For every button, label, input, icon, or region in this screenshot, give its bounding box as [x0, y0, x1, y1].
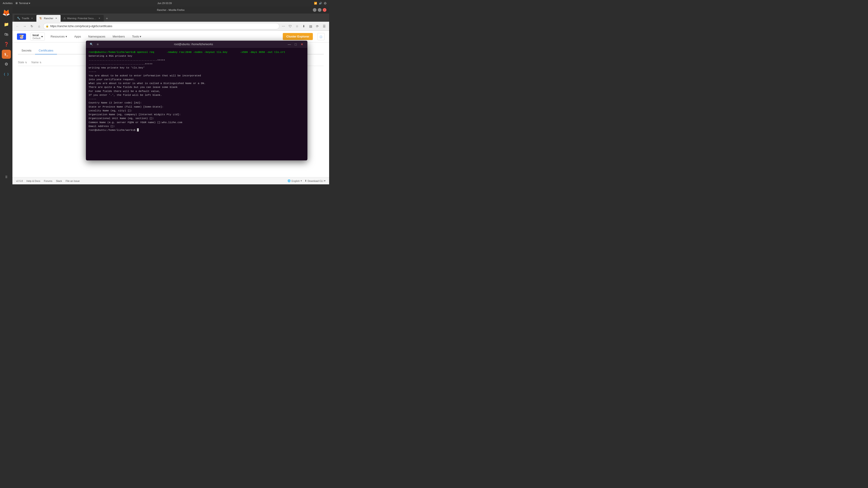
cluster-env: Default [33, 37, 40, 39]
term-minimize-btn[interactable]: — [287, 41, 292, 47]
minimize-button[interactable]: — [313, 8, 316, 12]
reload-button[interactable]: ↻ [29, 23, 35, 29]
file-issue-link[interactable]: File an Issue [66, 180, 80, 182]
warning-tab-favicon: ⚠ [63, 17, 66, 20]
sidebar: 🦊 📁 🛍 ❓ $_ ⚙ { } ⠿ [0, 6, 12, 184]
nav-resources[interactable]: Resources ▾ [49, 34, 68, 39]
forums-link[interactable]: Forums [44, 180, 52, 182]
term-maximize-btn[interactable]: □ [293, 41, 298, 47]
traefik-tab-close[interactable]: ✕ [31, 17, 34, 20]
cluster-selector[interactable]: local Default ▾ [31, 33, 45, 41]
sidebar-icon-settings[interactable]: ⚙ [2, 60, 11, 69]
browser-tabs: 🔧 Traefik ✕ 🐮 Rancher ✕ ⚠ Warning: Poten… [12, 13, 329, 22]
sidebar-icon-software[interactable]: 🛍 [2, 30, 11, 39]
volume-icon[interactable]: 🔊 [319, 2, 322, 5]
nav-members[interactable]: Members [111, 34, 126, 39]
sync-button[interactable]: ⟳ [314, 23, 320, 29]
traefik-tab-favicon: 🔧 [17, 17, 20, 20]
traefik-tab-label: Traefik [22, 17, 29, 20]
footer: v2.5.8 Help & Docs Forums Slack File an … [12, 177, 329, 184]
tab-certificates[interactable]: Certificates [35, 47, 57, 55]
language-label: English [291, 180, 300, 182]
download-cli-chevron: ▾ [324, 180, 326, 182]
browser-title: Rancher - Mozilla Firefox [157, 8, 184, 11]
lang-chevron-icon: ▾ [301, 180, 302, 182]
browser-titlebar: Rancher - Mozilla Firefox — □ ✕ [12, 6, 329, 13]
support-button[interactable]: ◻ [317, 33, 324, 40]
os-topbar-right: 📶 🔊 ⏻ [314, 2, 327, 5]
sort-icon: ⇅ [25, 61, 27, 64]
cluster-selector-chevron: ▾ [41, 35, 43, 38]
footer-right: 🌐 English ▾ ⬇ Download CLI ▾ [287, 180, 326, 182]
tab-traefik[interactable]: 🔧 Traefik ✕ [14, 15, 36, 22]
slack-link[interactable]: Slack [56, 180, 62, 182]
home-button[interactable]: ⌂ [36, 23, 42, 29]
download-cli-icon: ⬇ [305, 180, 307, 182]
terminal-title: root@ubuntu: /home/lizhe/works [102, 43, 285, 46]
window-controls: — □ ✕ [313, 8, 327, 12]
language-selector[interactable]: 🌐 English ▾ [287, 180, 302, 182]
rancher-tab-label: Rancher [44, 17, 53, 20]
maximize-button[interactable]: □ [318, 8, 321, 12]
support-icon: ◻ [320, 35, 322, 38]
download-cli-link[interactable]: ⬇ Download CLI ▾ [305, 180, 326, 182]
rancher-logo: 🐮 [17, 33, 26, 40]
browser-toolbar: ← → ↻ ⌂ 🔒 https://rancher.lizhe.com/p/lo… [12, 22, 329, 31]
rancher-logo-img: 🐮 [17, 33, 26, 40]
sidebar-icon-vscode[interactable]: { } [2, 70, 11, 78]
term-close-btn[interactable]: ✕ [299, 41, 305, 47]
th-name[interactable]: Name ⇅ [31, 61, 41, 64]
terminal-cursor [137, 128, 139, 131]
lock-icon: 🔒 [46, 25, 49, 28]
help-docs-link[interactable]: Help & Docs [26, 180, 40, 182]
terminal-output: Generating a RSA private key ...........… [89, 55, 206, 131]
tab-warning[interactable]: ⚠ Warning: Potential Security ✕ [61, 15, 104, 22]
url-text: https://rancher.lizhe.com/p/local:p-dgk5… [50, 25, 277, 28]
forward-button[interactable]: → [22, 23, 28, 29]
rancher-tab-favicon: 🐮 [39, 17, 42, 20]
toolbar-right: ⋯ 🛡 ☆ ⬇ ▤ ⟳ ☰ [280, 23, 327, 29]
tab-secrets[interactable]: Secrets [18, 47, 35, 55]
star-button[interactable]: ☆ [294, 23, 300, 29]
warning-tab-label: Warning: Potential Security [67, 17, 96, 20]
extensions-button[interactable]: ⋯ [280, 23, 287, 29]
address-bar[interactable]: 🔒 https://rancher.lizhe.com/p/local:p-dg… [43, 23, 279, 29]
sidebar-icon-files[interactable]: 📁 [2, 20, 11, 29]
shield-button[interactable]: 🛡 [287, 23, 293, 29]
download-button[interactable]: ⬇ [301, 23, 307, 29]
term-search-btn[interactable]: 🔍 [89, 41, 94, 47]
nav-namespaces[interactable]: Namespaces [87, 34, 107, 39]
close-button[interactable]: ✕ [323, 8, 327, 12]
cluster-name: local [33, 34, 40, 37]
os-topbar: Activities 🖥 Terminal ▾ Jun 29 03:39 📶 🔊… [0, 0, 329, 6]
download-cli-label: Download CLI [308, 180, 323, 182]
terminal-window: 🔍 ≡ root@ubuntu: /home/lizhe/works — □ ✕… [86, 41, 307, 160]
sidebar-icon-apps[interactable]: ⠿ [2, 173, 11, 182]
terminal-menu[interactable]: 🖥 Terminal ▾ [15, 2, 30, 5]
menu-button[interactable]: ☰ [321, 23, 327, 29]
os-topbar-left: Activities 🖥 Terminal ▾ [3, 2, 30, 5]
globe-icon: 🌐 [287, 180, 291, 182]
activities-btn[interactable]: Activities [3, 2, 12, 4]
term-menu-btn[interactable]: ≡ [95, 41, 100, 47]
terminal-body[interactable]: root@ubuntu:/home/lizhe/works$ openssl r… [86, 48, 307, 160]
tab-rancher[interactable]: 🐮 Rancher ✕ [36, 15, 61, 22]
sort-icon: ⇅ [39, 61, 41, 64]
nav-tools[interactable]: Tools ▾ [131, 34, 143, 39]
network-icon[interactable]: 📶 [314, 2, 317, 5]
th-state[interactable]: State ⇅ [18, 61, 27, 64]
back-button[interactable]: ← [14, 23, 21, 29]
sidebar-toggle[interactable]: ▤ [307, 23, 314, 29]
nav-apps[interactable]: Apps [73, 34, 83, 39]
os-clock: Jun 29 03:39 [157, 2, 172, 4]
sidebar-icon-terminal[interactable]: $_ [2, 50, 11, 59]
cluster-explorer-button[interactable]: Cluster Explorer [283, 33, 313, 40]
sidebar-icon-help[interactable]: ❓ [2, 40, 11, 49]
power-icon[interactable]: ⏻ [324, 2, 327, 4]
terminal-cmd-line: root@ubuntu:/home/lizhe/works$ openssl r… [89, 51, 285, 54]
rancher-tab-close[interactable]: ✕ [55, 17, 58, 20]
sidebar-icon-firefox[interactable]: 🦊 [2, 8, 11, 17]
terminal-titlebar: 🔍 ≡ root@ubuntu: /home/lizhe/works — □ ✕ [86, 41, 307, 48]
new-tab-button[interactable]: + [104, 15, 110, 22]
warning-tab-close[interactable]: ✕ [98, 17, 101, 20]
